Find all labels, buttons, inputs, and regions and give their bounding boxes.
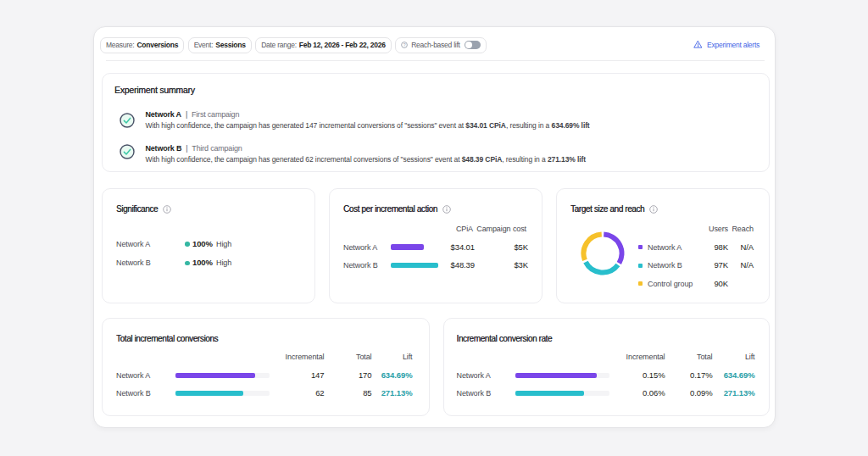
svg-text:?: ? [403, 42, 406, 47]
